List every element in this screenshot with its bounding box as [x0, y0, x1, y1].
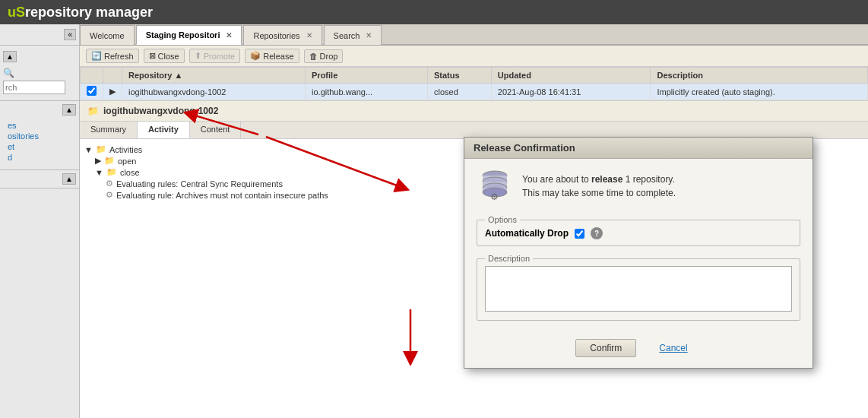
tree-item-close-label: close	[120, 168, 140, 177]
tree-doc-icon-1: ⚙	[106, 179, 113, 188]
modal-title: Release Confirmation	[464, 138, 813, 159]
tree-expand-icon: ▼	[84, 145, 93, 154]
close-button[interactable]: ⊠ Close	[144, 49, 185, 63]
cancel-button[interactable]: Cancel	[645, 339, 701, 357]
sidebar-search-section: ▲ 🔍	[0, 46, 79, 101]
close-label: Close	[158, 52, 179, 61]
sidebar-nav-item-2[interactable]: ositories	[8, 131, 71, 141]
col-arrow	[103, 68, 122, 84]
collapse-sidebar-button[interactable]: «	[64, 29, 76, 40]
col-updated[interactable]: Updated	[491, 68, 651, 84]
row-updated: 2021-Aug-08 16:41:31	[491, 84, 651, 100]
sidebar-bottom-collapse-button[interactable]: ▲	[62, 173, 76, 185]
search-icon: 🔍	[3, 68, 14, 78]
sidebar-nav-collapse-button[interactable]: ▲	[62, 104, 76, 116]
bottom-folder-icon: 📁	[87, 106, 99, 116]
toolbar: 🔄 Refresh ⊠ Close ⬆ Promote 📦 Release 🗑	[80, 46, 868, 67]
tab-staging[interactable]: Staging Repositori ✕	[136, 25, 242, 45]
col-checkbox	[81, 68, 103, 84]
promote-icon: ⬆	[195, 51, 201, 61]
release-confirmation-dialog: Release Confirmation ⚙	[464, 137, 813, 369]
repo-table: Repository ▲ Profile Status Updated Desc…	[80, 67, 868, 100]
tree-expand-icon-close: ▼	[95, 168, 103, 177]
table-row[interactable]: ▶ iogithubwangxvdong-1002 io.github.wang…	[81, 84, 868, 100]
row-status: closed	[427, 84, 491, 100]
refresh-button[interactable]: 🔄 Refresh	[86, 49, 139, 63]
msg-part1: You are about to	[522, 174, 591, 185]
help-icon[interactable]: ?	[591, 227, 603, 239]
auto-drop-label: Automatically Drop	[485, 228, 569, 239]
modal-footer: Confirm Cancel	[464, 339, 813, 368]
tab-repositories[interactable]: Repositories ✕	[243, 25, 322, 45]
tree-item-open-label: open	[118, 157, 136, 166]
modal-message: ⚙ You are about to release 1 repository.…	[477, 168, 800, 204]
col-status[interactable]: Status	[427, 68, 491, 84]
description-legend: Description	[485, 254, 533, 263]
options-legend: Options	[485, 215, 520, 224]
msg-part3: This may take some time to complete.	[522, 188, 676, 198]
refresh-label: Refresh	[104, 52, 134, 61]
tree-folder-icon-open: 📁	[104, 156, 115, 166]
bottom-tab-content-label: Content	[201, 125, 230, 134]
tree-item-label: Activities	[109, 145, 142, 154]
confirm-button[interactable]: Confirm	[575, 339, 636, 357]
repo-table-area: Repository ▲ Profile Status Updated Desc…	[80, 67, 868, 101]
modal-message-text: You are about to release 1 repository. T…	[522, 173, 676, 200]
app-name-text: repository manager	[25, 5, 153, 21]
bottom-tab-summary[interactable]: Summary	[80, 122, 138, 138]
bottom-panel-header: 📁 iogithubwangxvdong-1002	[80, 101, 868, 122]
release-button[interactable]: 📦 Release	[245, 49, 299, 63]
sidebar-collapse2-button[interactable]: ▲	[3, 51, 17, 62]
sidebar-nav-item-4[interactable]: d	[8, 153, 71, 162]
options-row: Automatically Drop ?	[485, 227, 792, 239]
description-textarea[interactable]	[485, 266, 792, 312]
release-icon: 📦	[250, 51, 261, 61]
modal-body: ⚙ You are about to release 1 repository.…	[464, 159, 813, 339]
bottom-tab-content[interactable]: Content	[190, 122, 242, 138]
tab-staging-close[interactable]: ✕	[226, 31, 232, 40]
description-fieldset: Description	[477, 254, 800, 321]
release-label: Release	[263, 52, 293, 61]
row-checkbox-cell	[81, 84, 103, 100]
tab-staging-label: Staging Repositori	[146, 30, 220, 40]
promote-label: Promote	[204, 52, 236, 61]
row-arrow-cell: ▶	[103, 84, 122, 100]
sidebar-search-input[interactable]	[3, 81, 65, 94]
tab-welcome[interactable]: Welcome	[80, 25, 135, 45]
tree-item-rule2-label: Evaluating rule: Archives must not conta…	[116, 191, 328, 200]
sidebar-collapse-section: «	[0, 24, 79, 46]
drop-button[interactable]: 🗑 Drop	[304, 49, 344, 63]
bottom-panel-title: iogithubwangxvdong-1002	[103, 106, 218, 116]
drop-label: Drop	[320, 52, 338, 61]
brand-text: uS	[8, 5, 25, 21]
col-description[interactable]: Description	[651, 68, 868, 84]
close-icon: ⊠	[149, 51, 156, 61]
title-bar: uS repository manager	[0, 0, 868, 24]
sidebar-nav-item-3[interactable]: et	[8, 142, 71, 151]
tab-repositories-close[interactable]: ✕	[306, 31, 312, 40]
promote-button[interactable]: ⬆ Promote	[189, 49, 241, 63]
auto-drop-checkbox[interactable]	[575, 229, 584, 239]
bottom-tab-activity-label: Activity	[148, 125, 179, 134]
bottom-tab-activity[interactable]: Activity	[138, 122, 190, 138]
tree-folder-icon: 📁	[96, 144, 106, 154]
options-fieldset: Options Automatically Drop ?	[477, 215, 800, 246]
table-header-row: Repository ▲ Profile Status Updated Desc…	[81, 68, 868, 84]
sidebar-nav-section: ▲ es ositories et d	[0, 101, 79, 170]
sidebar-nav-item-1[interactable]: es	[8, 121, 71, 130]
tab-search-close[interactable]: ✕	[366, 31, 372, 40]
row-description: Implicitly created (auto staging).	[651, 84, 868, 100]
tab-search-label: Search	[334, 31, 360, 40]
row-checkbox[interactable]	[87, 86, 97, 96]
app-wrapper: uS repository manager « ▲ 🔍	[0, 0, 868, 418]
msg-bold: release	[591, 174, 622, 185]
tab-search[interactable]: Search ✕	[324, 25, 382, 45]
tab-welcome-label: Welcome	[90, 31, 125, 40]
drop-icon: 🗑	[309, 52, 318, 61]
sidebar-bottom-section: ▲	[0, 170, 79, 188]
sidebar: « ▲ 🔍 ▲ es osi	[0, 24, 80, 418]
tree-doc-icon-2: ⚙	[106, 190, 113, 200]
sidebar-search-area: 🔍	[0, 65, 79, 97]
col-profile[interactable]: Profile	[306, 68, 428, 84]
col-repository[interactable]: Repository ▲	[122, 68, 306, 84]
